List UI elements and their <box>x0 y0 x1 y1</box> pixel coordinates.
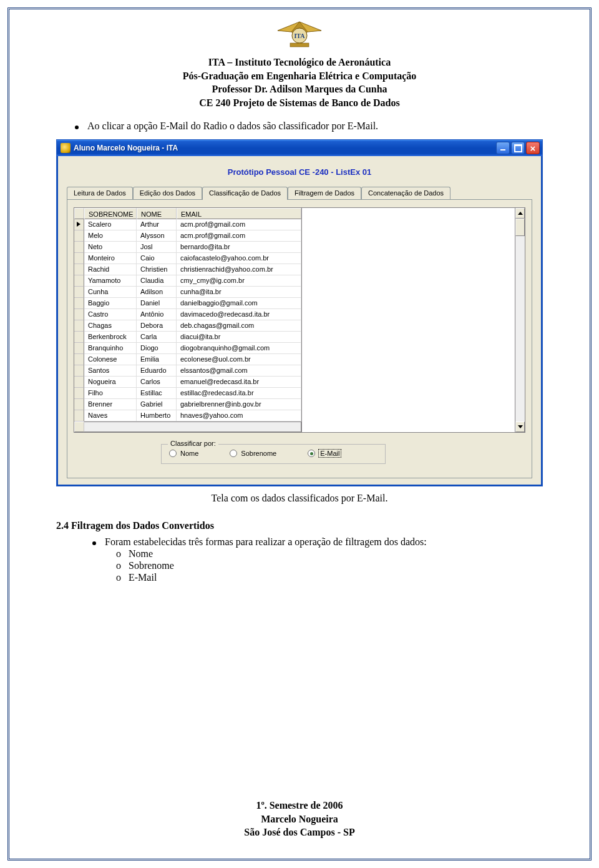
row-handle[interactable] <box>74 309 84 320</box>
cell-email[interactable]: deb.chagas@gmail.com <box>177 320 301 332</box>
cell-nome[interactable]: Debora <box>137 320 177 332</box>
cell-email[interactable]: diacui@ita.br <box>177 332 301 343</box>
window-titlebar[interactable]: Aluno Marcelo Nogueira - ITA <box>57 140 542 156</box>
table-row[interactable]: NavesHumbertohnaves@yahoo.com <box>74 410 301 422</box>
tab-filtragem[interactable]: Filtragem de Dados <box>288 187 361 199</box>
table-row[interactable]: YamamotoClaudiacmy_cmy@ig.com.br <box>74 275 301 287</box>
cell-sobrenome[interactable]: Chagas <box>84 320 137 332</box>
tab-classificacao[interactable]: Classificação de Dados <box>202 187 288 200</box>
col-header-nome[interactable]: NOME <box>137 208 177 219</box>
row-handle[interactable] <box>74 343 84 354</box>
table-row[interactable]: ScaleroArthuracm.prof@gmail.com <box>74 219 301 230</box>
row-handle[interactable] <box>74 253 84 264</box>
radio-email[interactable]: E-Mail <box>308 450 341 457</box>
cell-sobrenome[interactable]: Naves <box>84 410 137 422</box>
vertical-scrollbar[interactable] <box>515 207 525 433</box>
cell-nome[interactable]: Daniel <box>137 298 177 309</box>
cell-email[interactable]: acm.prof@gmail.com <box>177 219 301 230</box>
col-header-sobrenome[interactable]: SOBRENOME <box>84 208 137 219</box>
cell-sobrenome[interactable]: Berkenbrock <box>84 332 137 343</box>
table-row[interactable]: BranquinhoDiogodiogobranquinho@gmail.com <box>74 343 301 354</box>
horizontal-scrollbar[interactable] <box>84 422 301 432</box>
cell-sobrenome[interactable]: Scalero <box>84 219 137 230</box>
cell-sobrenome[interactable]: Brenner <box>84 399 137 410</box>
tab-edicao[interactable]: Edição dos Dados <box>133 187 202 199</box>
cell-email[interactable]: gabrielbrenner@inb.gov.br <box>177 399 301 410</box>
cell-nome[interactable]: Diogo <box>137 343 177 354</box>
cell-nome[interactable]: Alysson <box>137 230 177 242</box>
row-handle[interactable] <box>74 377 84 388</box>
cell-sobrenome[interactable]: Monteiro <box>84 253 137 264</box>
row-handle[interactable] <box>74 365 84 377</box>
row-handle[interactable] <box>74 320 84 332</box>
row-handle[interactable] <box>74 242 84 253</box>
table-row[interactable]: ColoneseEmiliaecolonese@uol.com.br <box>74 354 301 365</box>
scroll-up-button[interactable] <box>515 208 525 219</box>
row-handle[interactable] <box>74 388 84 399</box>
table-row[interactable]: BaggioDanieldanielbaggio@gmail.com <box>74 298 301 309</box>
radio-sobrenome[interactable]: Sobrenome <box>230 450 276 457</box>
tab-leitura[interactable]: Leitura de Dados <box>67 187 133 199</box>
cell-email[interactable]: emanuel@redecasd.ita.br <box>177 377 301 388</box>
row-handle[interactable] <box>74 298 84 309</box>
scroll-thumb[interactable] <box>515 219 525 236</box>
table-row[interactable]: ChagasDeboradeb.chagas@gmail.com <box>74 320 301 332</box>
cell-sobrenome[interactable]: Nogueira <box>84 377 137 388</box>
cell-nome[interactable]: Josl <box>137 242 177 253</box>
row-handle[interactable] <box>74 230 84 242</box>
close-button[interactable] <box>526 142 540 154</box>
cell-email[interactable]: cmy_cmy@ig.com.br <box>177 275 301 287</box>
cell-sobrenome[interactable]: Cunha <box>84 287 137 298</box>
row-handle[interactable] <box>74 399 84 410</box>
cell-email[interactable]: elssantos@gmail.com <box>177 365 301 377</box>
cell-email[interactable]: danielbaggio@gmail.com <box>177 298 301 309</box>
cell-nome[interactable]: Carlos <box>137 377 177 388</box>
cell-sobrenome[interactable]: Melo <box>84 230 137 242</box>
cell-nome[interactable]: Claudia <box>137 275 177 287</box>
table-row[interactable]: NetoJoslbernardo@ita.br <box>74 242 301 253</box>
cell-sobrenome[interactable]: Santos <box>84 365 137 377</box>
cell-sobrenome[interactable]: Yamamoto <box>84 275 137 287</box>
table-row[interactable]: SantosEduardoelssantos@gmail.com <box>74 365 301 377</box>
scroll-track[interactable] <box>515 219 525 422</box>
cell-email[interactable]: caiofacastelo@yahoo.com.br <box>177 253 301 264</box>
cell-nome[interactable]: Antônio <box>137 309 177 320</box>
table-row[interactable]: MonteiroCaiocaiofacastelo@yahoo.com.br <box>74 253 301 264</box>
cell-nome[interactable]: Adilson <box>137 287 177 298</box>
cell-nome[interactable]: Arthur <box>137 219 177 230</box>
cell-sobrenome[interactable]: Filho <box>84 388 137 399</box>
row-handle[interactable] <box>74 275 84 287</box>
data-grid[interactable]: SOBRENOME NOME EMAIL ScaleroArthuracm.pr… <box>74 207 302 433</box>
table-row[interactable]: CunhaAdilsoncunha@ita.br <box>74 287 301 298</box>
row-handle[interactable] <box>74 264 84 275</box>
cell-email[interactable]: christienrachid@yahoo.com.br <box>177 264 301 275</box>
cell-nome[interactable]: Humberto <box>137 410 177 422</box>
cell-email[interactable]: bernardo@ita.br <box>177 242 301 253</box>
tab-concatenacao[interactable]: Concatenação de Dados <box>361 187 450 199</box>
table-row[interactable]: CastroAntôniodavimacedo@redecasd.ita.br <box>74 309 301 320</box>
cell-nome[interactable]: Emilia <box>137 354 177 365</box>
cell-email[interactable]: estillac@redecasd.ita.br <box>177 388 301 399</box>
row-handle[interactable] <box>74 410 84 422</box>
cell-email[interactable]: acm.prof@gmail.com <box>177 230 301 242</box>
cell-email[interactable]: diogobranquinho@gmail.com <box>177 343 301 354</box>
table-row[interactable]: BrennerGabrielgabrielbrenner@inb.gov.br <box>74 399 301 410</box>
cell-sobrenome[interactable]: Branquinho <box>84 343 137 354</box>
cell-nome[interactable]: Carla <box>137 332 177 343</box>
table-row[interactable]: NogueiraCarlosemanuel@redecasd.ita.br <box>74 377 301 388</box>
cell-email[interactable]: cunha@ita.br <box>177 287 301 298</box>
row-handle[interactable] <box>74 287 84 298</box>
col-header-email[interactable]: EMAIL <box>177 208 301 219</box>
row-handle[interactable] <box>74 332 84 343</box>
cell-sobrenome[interactable]: Baggio <box>84 298 137 309</box>
table-row[interactable]: RachidChristienchristienrachid@yahoo.com… <box>74 264 301 275</box>
scroll-down-button[interactable] <box>515 422 525 432</box>
cell-sobrenome[interactable]: Neto <box>84 242 137 253</box>
cell-email[interactable]: ecolonese@uol.com.br <box>177 354 301 365</box>
minimize-button[interactable] <box>496 142 510 154</box>
cell-sobrenome[interactable]: Colonese <box>84 354 137 365</box>
cell-nome[interactable]: Christien <box>137 264 177 275</box>
cell-nome[interactable]: Eduardo <box>137 365 177 377</box>
cell-nome[interactable]: Caio <box>137 253 177 264</box>
maximize-button[interactable] <box>511 142 525 154</box>
